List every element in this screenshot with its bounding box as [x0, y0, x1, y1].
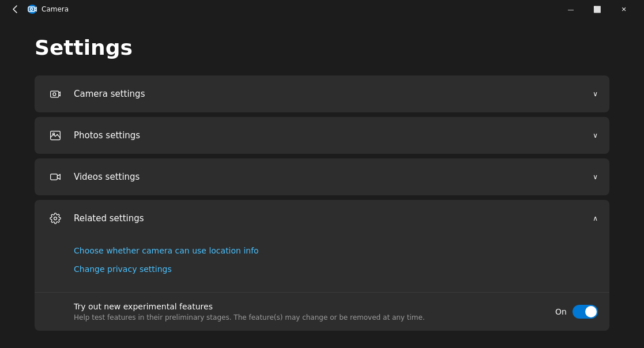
page-title: Settings [35, 36, 609, 59]
svg-point-1 [31, 8, 33, 10]
title-bar: Camera — ⬜ ✕ [0, 0, 644, 18]
videos-settings-section: Videos settings ∨ [35, 158, 609, 195]
experimental-subtitle: Help test features in their preliminary … [74, 313, 466, 321]
svg-rect-0 [28, 7, 35, 12]
app-title: Camera [42, 5, 69, 13]
related-settings-label: Related settings [74, 213, 593, 224]
toggle-knob [585, 306, 597, 317]
camera-settings-label: Camera settings [74, 89, 593, 99]
toggle-on-label: On [555, 307, 567, 316]
related-settings-header[interactable]: Related settings ∧ [35, 200, 609, 237]
experimental-toggle-switch[interactable] [573, 305, 598, 319]
location-link[interactable]: Choose whether camera can use location i… [74, 241, 598, 260]
gear-icon [46, 209, 65, 228]
app-icon [28, 5, 37, 14]
experimental-title: Try out new experimental features [74, 302, 555, 311]
videos-settings-label: Videos settings [74, 172, 593, 182]
close-button[interactable]: ✕ [611, 0, 637, 18]
camera-settings-section: Camera settings ∨ [35, 75, 609, 112]
photos-settings-header[interactable]: Photos settings ∨ [35, 117, 609, 154]
photos-settings-label: Photos settings [74, 130, 593, 141]
video-icon [46, 168, 65, 186]
related-settings-content: Choose whether camera can use location i… [35, 237, 609, 290]
svg-point-3 [53, 93, 56, 96]
settings-content: Settings Camera settings ∨ [0, 18, 644, 348]
back-button[interactable] [7, 1, 23, 17]
svg-rect-6 [51, 174, 58, 180]
videos-chevron: ∨ [593, 173, 598, 181]
videos-settings-header[interactable]: Videos settings ∨ [35, 158, 609, 195]
photos-settings-section: Photos settings ∨ [35, 117, 609, 154]
photo-icon [46, 126, 65, 145]
camera-chevron: ∨ [593, 90, 598, 98]
experimental-toggle-row: Try out new experimental features Help t… [35, 292, 609, 331]
camera-settings-header[interactable]: Camera settings ∨ [35, 75, 609, 112]
photos-chevron: ∨ [593, 131, 598, 139]
camera-icon [46, 85, 65, 103]
maximize-button[interactable]: ⬜ [584, 0, 611, 18]
privacy-link[interactable]: Change privacy settings [74, 260, 598, 278]
svg-rect-2 [51, 91, 59, 97]
title-bar-left: Camera [7, 1, 558, 17]
title-bar-controls: — ⬜ ✕ [558, 0, 637, 18]
experimental-text: Try out new experimental features Help t… [74, 302, 555, 321]
minimize-button[interactable]: — [558, 0, 584, 18]
related-settings-section: Related settings ∧ Choose whether camera… [35, 200, 609, 331]
svg-point-7 [54, 217, 57, 220]
related-chevron: ∧ [593, 214, 598, 222]
experimental-toggle-right: On [555, 305, 598, 319]
